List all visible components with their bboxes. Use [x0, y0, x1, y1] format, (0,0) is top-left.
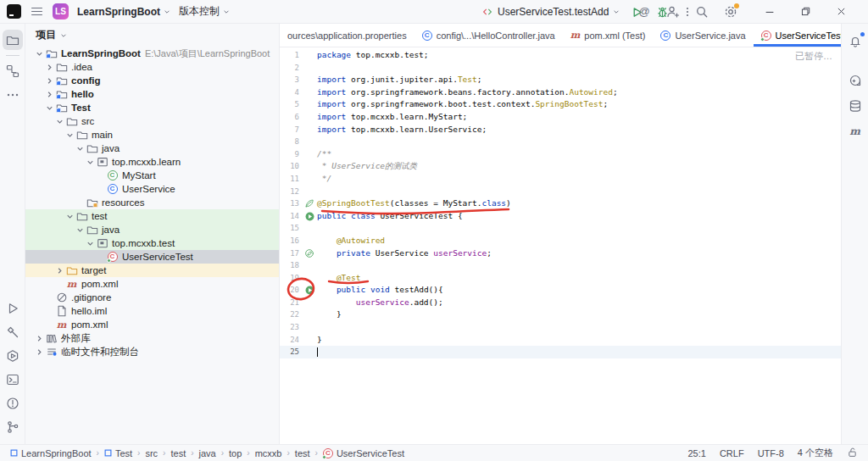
tree-chevron-icon[interactable]	[44, 103, 55, 113]
project-folder-icon[interactable]	[3, 30, 23, 50]
tree-item-hello-iml[interactable]: hello.iml	[25, 304, 279, 318]
tree-chevron-icon[interactable]	[64, 131, 75, 140]
version-control-icon[interactable]	[3, 417, 23, 437]
tree-chevron-icon[interactable]	[44, 76, 55, 86]
more-tools-icon[interactable]	[3, 85, 23, 105]
ai-assistant-icon[interactable]	[845, 70, 865, 91]
code-line-23[interactable]: 23	[280, 321, 841, 334]
tree-item-idea[interactable]: .idea	[25, 60, 279, 74]
tree-item-top-mcxxb-learn[interactable]: top.mcxxb.learn	[25, 155, 279, 169]
tree-item-java[interactable]: java	[25, 223, 279, 236]
code-line-16[interactable]: 16 @Autowired	[280, 235, 841, 247]
breadcrumb-learnspringboot[interactable]: LearnSpringBoot	[10, 448, 92, 458]
tab-userservice-java[interactable]: CUserService.java	[653, 24, 753, 47]
minimize-button[interactable]	[761, 3, 778, 20]
breadcrumb-top[interactable]: top	[229, 448, 242, 458]
tree-chevron-icon[interactable]	[75, 144, 86, 153]
tree-item-target[interactable]: target	[25, 264, 279, 277]
tree-item-resources[interactable]: resources	[25, 196, 279, 209]
tree-item-userservicetest[interactable]: CUserServiceTest	[25, 250, 279, 264]
tree-chevron-icon[interactable]	[34, 49, 45, 58]
tree-item-learnspringboot[interactable]: LearnSpringBootE:\Java\项目\LearnSpringBoo…	[25, 47, 279, 60]
terminal-icon[interactable]	[3, 369, 23, 390]
tree-chevron-icon[interactable]	[44, 90, 55, 99]
code-line-4[interactable]: 4import org.springframework.beans.factor…	[280, 86, 841, 99]
caret-position[interactable]: 25:1	[687, 448, 705, 458]
code-line-8[interactable]: 8	[280, 136, 841, 148]
run-configuration-selector[interactable]: UserServiceTest.testAdd	[481, 6, 620, 18]
run-test-gutter-icon[interactable]	[302, 284, 317, 297]
code-line-7[interactable]: 7import top.mcxxb.learn.UserService;	[280, 124, 841, 136]
code-line-24[interactable]: 24}	[280, 334, 841, 347]
tree-chevron-icon[interactable]	[44, 63, 55, 72]
tree-item-userservice[interactable]: CUserService	[25, 182, 279, 196]
run-test-gutter-icon[interactable]	[302, 210, 317, 223]
database-icon[interactable]	[845, 96, 865, 116]
maven-rail-icon[interactable]: m	[845, 121, 865, 142]
code-line-14[interactable]: 14public class UserServiceTest {	[280, 210, 841, 223]
main-menu-icon[interactable]	[30, 4, 44, 19]
build-icon[interactable]	[3, 322, 23, 342]
unlocked-icon[interactable]	[847, 447, 858, 459]
tree-item-top-mcxxb-test[interactable]: top.mcxxb.test	[25, 236, 279, 250]
line-separator[interactable]: CRLF	[720, 448, 744, 458]
code-line-5[interactable]: 5import org.springframework.boot.test.co…	[280, 98, 841, 111]
code-line-3[interactable]: 3import org.junit.jupiter.api.Test;	[280, 74, 841, 86]
tree-item-gitignore[interactable]: .gitignore	[25, 291, 279, 304]
code-line-19[interactable]: 19 @Test	[280, 272, 841, 285]
code-line-9[interactable]: 9/**	[280, 148, 841, 161]
tree-item-test[interactable]: test	[25, 209, 279, 223]
tree-chevron-icon[interactable]	[54, 117, 65, 126]
code-line-1[interactable]: 1package top.mcxxb.test;	[280, 49, 841, 62]
tree-chevron-icon[interactable]	[64, 212, 75, 221]
breadcrumb-java[interactable]: java	[199, 448, 216, 458]
code-line-6[interactable]: 6import top.mcxxb.learn.MyStart;	[280, 111, 841, 124]
tree-item-main[interactable]: main	[25, 128, 279, 142]
tree-item-config[interactable]: config	[25, 74, 279, 87]
services-icon[interactable]	[3, 346, 23, 366]
code-line-22[interactable]: 22 }	[280, 308, 841, 321]
run-outline-icon[interactable]	[3, 298, 23, 319]
notifications-icon[interactable]	[845, 31, 865, 52]
code-line-21[interactable]: 21 userService.add();	[280, 297, 841, 309]
breadcrumb-mcxxb[interactable]: mcxxb	[255, 448, 282, 458]
spring-leaf-gutter-icon[interactable]	[302, 197, 317, 210]
tree-chevron-icon[interactable]	[34, 347, 45, 357]
spring-bean-gutter-icon[interactable]	[302, 247, 317, 260]
tab-ources-application-properties[interactable]: ources\application.properties	[280, 24, 415, 47]
code-line-17[interactable]: 17 private UserService userService;	[280, 247, 841, 260]
tree-item-mystart[interactable]: CMyStart	[25, 169, 279, 182]
close-window-button[interactable]	[832, 3, 849, 20]
search-icon[interactable]	[693, 3, 710, 20]
tree-item-外部库[interactable]: 外部库	[25, 331, 279, 345]
tab-config-hellocontroller-java[interactable]: Cconfig\...\HelloController.java	[415, 24, 563, 47]
tree-chevron-icon[interactable]	[75, 225, 86, 235]
tree-item-pom-xml[interactable]: mpom.xml	[25, 277, 279, 291]
tab-userservicetest-java[interactable]: CUserServiceTest.java×	[754, 24, 841, 47]
structure-icon[interactable]	[3, 61, 23, 81]
code-line-25[interactable]: 25	[280, 346, 841, 358]
project-selector[interactable]: LearnSpringBoot	[77, 6, 170, 18]
code-line-11[interactable]: 11 */	[280, 173, 841, 186]
tree-item-pom-xml[interactable]: mpom.xml	[25, 318, 279, 331]
code-line-12[interactable]: 12	[280, 186, 841, 198]
breadcrumb-src[interactable]: src	[145, 448, 158, 458]
restore-window-button[interactable]	[797, 3, 814, 20]
tree-item-hello[interactable]: hello	[25, 87, 279, 101]
tree-chevron-icon[interactable]	[85, 239, 96, 248]
breadcrumb-test[interactable]: test	[295, 448, 310, 458]
ai-mention-icon[interactable]: @	[636, 3, 653, 20]
project-badge[interactable]: LS	[53, 3, 69, 19]
problems-icon[interactable]	[3, 393, 23, 414]
tree-item-临时文件和控制台[interactable]: 临时文件和控制台	[25, 345, 279, 358]
code-line-10[interactable]: 10 * UserService的测试类	[280, 160, 841, 173]
code-line-2[interactable]: 2	[280, 62, 841, 75]
code-line-20[interactable]: 20 public void testAdd(){	[280, 284, 841, 297]
file-encoding[interactable]: UTF-8	[758, 448, 784, 458]
tree-item-test[interactable]: Test	[25, 101, 279, 114]
code-line-13[interactable]: 13@SpringBootTest(classes = MyStart.clas…	[280, 197, 841, 210]
code-line-18[interactable]: 18	[280, 259, 841, 272]
tab-pom-xml-test[interactable]: mpom.xml (Test)	[563, 24, 654, 47]
tree-chevron-icon[interactable]	[54, 266, 65, 275]
tree-item-src[interactable]: src	[25, 114, 279, 128]
